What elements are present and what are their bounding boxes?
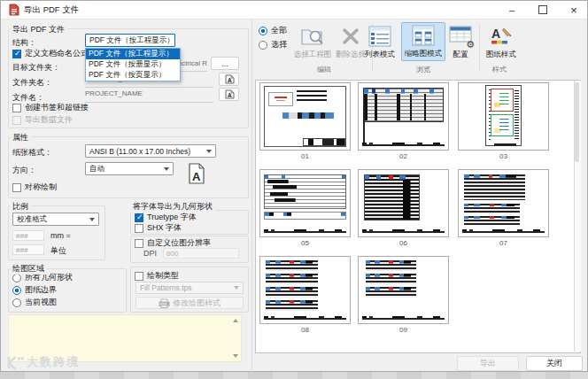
dropdown-option-by-book[interactable]: PDF 文件（按册显示） — [86, 59, 180, 70]
delete-x-icon — [341, 24, 360, 49]
plot-style-icon — [159, 298, 170, 308]
thumbnail-art — [264, 313, 346, 321]
shx-checkbox[interactable]: SHX 字体 — [135, 222, 182, 234]
fill-pattern-select: Fill Patterns.tps — [135, 282, 244, 294]
thumbnail-item[interactable] — [458, 169, 549, 237]
thumbnail-art — [464, 216, 520, 226]
plot-area-group-label: 绘图区域 — [10, 263, 47, 275]
dropdown-option-by-project[interactable]: PDF 文件（按工程显示） — [86, 49, 180, 59]
thumbnail-label: 09 — [358, 326, 449, 334]
thumbnail-art — [464, 174, 525, 200]
thumbnail-item[interactable] — [358, 256, 449, 324]
radio-current-view[interactable]: 当前视图 — [12, 297, 57, 308]
browse-folder-button[interactable]: ... — [211, 57, 239, 70]
thumbnail-art — [264, 227, 346, 234]
radio-selected-icon — [12, 286, 21, 295]
group-separator — [479, 24, 480, 70]
scale-format-select[interactable]: 校准格式 — [12, 213, 99, 226]
thumbnail-art — [266, 287, 318, 298]
thumbnail-art — [462, 227, 545, 234]
scroll-up-icon[interactable] — [233, 319, 238, 322]
radio-sheet-border[interactable]: 图纸边界 — [12, 284, 57, 296]
file-name-field[interactable]: PROJECT_NAME — [85, 89, 213, 103]
sheet-style-button[interactable]: A 图纸样式 — [483, 24, 520, 60]
radio-select-sheets[interactable]: 选择 — [259, 39, 287, 50]
thumbnail-art — [266, 274, 318, 284]
thumbnail-art — [268, 92, 293, 107]
checkbox-icon — [135, 224, 143, 233]
thumbnail-art — [297, 90, 326, 102]
folder-search-icon — [300, 24, 325, 49]
orientation-label: 方向： — [12, 165, 36, 176]
export-button[interactable]: 导出 — [457, 356, 519, 371]
grid-scrollbar-thumb[interactable] — [575, 82, 579, 162]
screen: 导出 PDF 文件 – × 导出 PDF 文件 结构： PDF 文件（按工程显示… — [0, 0, 588, 379]
plot-type-checkbox[interactable]: 绘制类型 — [135, 270, 179, 282]
checkbox-icon — [135, 239, 143, 248]
thumbnail-art — [366, 260, 416, 271]
configure-button[interactable]: ⚙ 配置 — [448, 24, 473, 60]
close-button[interactable]: × — [561, 1, 587, 19]
thumbnail-art — [366, 274, 416, 284]
thumbnail-art — [364, 174, 420, 221]
checkbox-icon — [135, 272, 143, 281]
dpi-label: DPI — [143, 249, 157, 258]
radio-icon — [259, 41, 267, 50]
sheet-style-icon: A — [490, 24, 513, 49]
file-name-formula-button[interactable]: A — [219, 88, 239, 101]
titlebar: 导出 PDF 文件 – × — [1, 1, 587, 19]
thumbnail-label: 05 — [259, 239, 351, 247]
checkbox-checked-icon — [12, 50, 21, 58]
radio-all-sheets[interactable]: 全部 — [259, 25, 287, 36]
thumbnail-label: 08 — [259, 326, 351, 334]
thumbnail-mode-button[interactable]: 缩略图模式 — [401, 22, 445, 61]
style-group-label: 样式 — [473, 65, 526, 74]
thumbnail-art — [266, 260, 318, 271]
minimize-button[interactable]: – — [499, 1, 525, 19]
thumbnail-art — [366, 287, 416, 298]
folder-name-formula-button[interactable]: A — [219, 73, 239, 86]
mirror-checkbox[interactable]: 对称绘制 — [12, 182, 57, 193]
bookmarks-checkbox[interactable]: 创建书签和超链接 — [12, 102, 89, 113]
thumbnail-label: 06 — [358, 239, 449, 247]
background-strip — [0, 372, 588, 379]
close-dialog-button[interactable]: 关闭 — [526, 356, 583, 371]
thumbnail-art — [362, 140, 445, 147]
thumbnail-item[interactable] — [458, 82, 549, 151]
define-naming-checkbox[interactable]: 定义文档命名公式 — [12, 48, 89, 59]
pdf-app-icon — [8, 4, 19, 19]
thumbnail-label: 03 — [458, 152, 549, 160]
paper-format-select[interactable]: ANSI B (11.00 x 17.00 Inches) — [85, 144, 216, 158]
browse-group-label: 浏览 — [397, 65, 450, 74]
thumbnail-art — [514, 90, 519, 140]
fonts-group-label: 将字体导出为几何形状 — [130, 201, 215, 213]
maximize-icon — [538, 5, 547, 14]
page-a-icon: A — [224, 74, 235, 84]
thumbnail-item[interactable] — [259, 82, 351, 151]
maximize-button[interactable] — [530, 1, 556, 19]
modify-plot-style-button: 修改绘图样式 — [135, 297, 244, 309]
paper-format-label: 纸张格式： — [12, 147, 52, 159]
list-mode-button[interactable]: 列表模式 — [361, 24, 398, 60]
thumbnail-item[interactable] — [358, 82, 449, 151]
dpi-field: 600 — [163, 248, 239, 259]
orientation-select[interactable]: 自动 — [85, 162, 174, 175]
thumbnail-item[interactable] — [259, 169, 351, 237]
svg-text:A: A — [228, 77, 232, 83]
chevron-down-icon — [234, 286, 239, 290]
thumbnail-item[interactable] — [358, 169, 449, 237]
structure-select[interactable]: PDF 文件（按工程显示） — [85, 34, 175, 47]
scale-mm-field[interactable]: ### — [12, 230, 44, 241]
thumbnail-art — [264, 212, 346, 220]
thumbnail-art — [464, 204, 520, 213]
orientation-page-a-icon: A — [185, 162, 208, 189]
scroll-down-icon[interactable] — [233, 354, 238, 358]
scale-unit-field[interactable]: ### — [12, 244, 44, 255]
thumbnail-art — [363, 88, 444, 122]
dropdown-option-by-page[interactable]: PDF 文件（按页显示） — [86, 70, 180, 81]
svg-text:A: A — [491, 27, 500, 41]
select-drawings-button: 选择工程图 — [290, 24, 336, 60]
thumbnail-item[interactable] — [259, 256, 351, 324]
watermark-logo-icon — [6, 355, 24, 370]
svg-text:A: A — [192, 170, 201, 183]
